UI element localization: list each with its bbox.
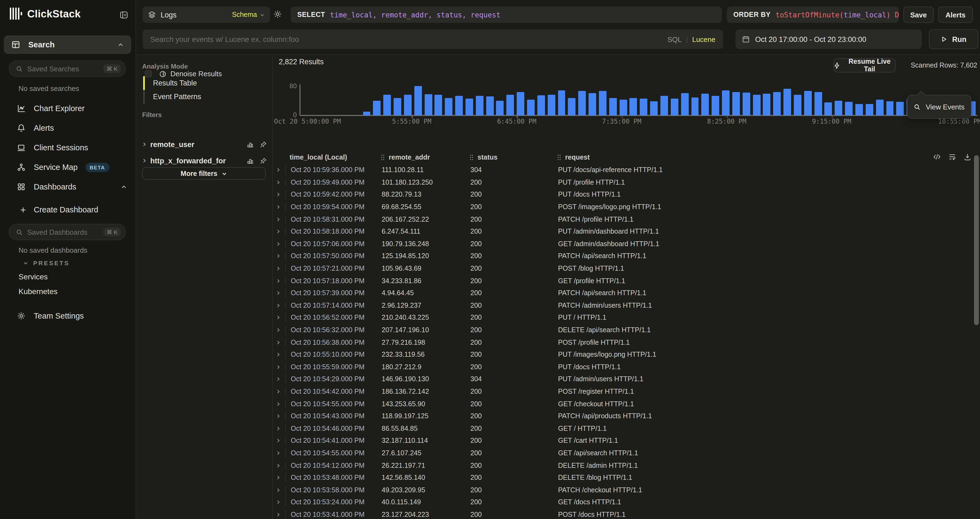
- source-select[interactable]: Logs Schema: [143, 6, 270, 23]
- histogram-bar[interactable]: [741, 86, 752, 115]
- table-row[interactable]: Oct 20 10:54:55.000 PM27.6.107.245200GET…: [275, 447, 972, 459]
- chevron-right-icon[interactable]: [275, 377, 281, 382]
- histogram-bar[interactable]: [536, 86, 546, 115]
- chevron-right-icon[interactable]: [275, 352, 281, 357]
- chevron-right-icon[interactable]: [275, 315, 281, 320]
- saved-dashboards-input[interactable]: [27, 228, 103, 236]
- chevron-right-icon[interactable]: [275, 512, 281, 517]
- chevron-right-icon[interactable]: [275, 192, 281, 197]
- order-by-input[interactable]: ORDER BY toStartOfMinute(time_local) D: [727, 6, 899, 23]
- table-row[interactable]: Oct 20 10:57:21.000 PM105.96.43.69200POS…: [275, 263, 972, 275]
- chevron-right-icon[interactable]: [275, 204, 281, 210]
- histogram-bar[interactable]: [854, 86, 864, 115]
- drag-handle-icon[interactable]: [557, 154, 561, 161]
- histogram-bar[interactable]: [495, 86, 505, 115]
- table-row[interactable]: Oct 20 10:57:50.000 PM125.194.85.120200P…: [275, 250, 972, 262]
- drag-handle-icon[interactable]: [469, 154, 474, 161]
- histogram-bar[interactable]: [721, 86, 731, 115]
- table-row[interactable]: Oct 20 10:53:41.000 PM23.127.204.223200P…: [275, 508, 972, 519]
- run-button[interactable]: Run: [929, 29, 978, 49]
- histogram-bar[interactable]: [433, 86, 444, 115]
- histogram-bar[interactable]: [885, 86, 895, 115]
- table-row[interactable]: Oct 20 10:57:18.000 PM34.233.81.86200GET…: [275, 275, 972, 287]
- histogram-bar[interactable]: [598, 86, 608, 115]
- histogram-bar[interactable]: [505, 86, 515, 115]
- table-row[interactable]: Oct 20 10:56:32.000 PM207.147.196.10200D…: [275, 324, 972, 336]
- histogram-bar[interactable]: [577, 86, 587, 115]
- histogram-bar[interactable]: [875, 86, 885, 115]
- histogram-bar[interactable]: [782, 86, 792, 115]
- histogram-bar[interactable]: [444, 86, 454, 115]
- drag-handle-icon[interactable]: [380, 154, 385, 161]
- histogram-bar[interactable]: [711, 86, 721, 115]
- chevron-right-icon[interactable]: [275, 266, 281, 271]
- table-row[interactable]: Oct 20 10:55:59.000 PM180.27.212.9200PUT…: [275, 361, 972, 373]
- analysis-mode-event-patterns[interactable]: Event Patterns: [143, 90, 266, 103]
- chevron-right-icon[interactable]: [275, 401, 281, 406]
- histogram-bar[interactable]: [772, 86, 783, 115]
- chevron-right-icon[interactable]: [275, 365, 281, 370]
- chevron-right-icon[interactable]: [275, 167, 281, 173]
- table-row[interactable]: Oct 20 10:53:24.000 PM40.0.115.149200GET…: [275, 496, 972, 508]
- histogram-bar[interactable]: [659, 86, 670, 115]
- preset-item-services[interactable]: Services: [19, 272, 48, 281]
- sidebar-item-chart-explorer[interactable]: Chart Explorer: [0, 99, 135, 118]
- presets-toggle[interactable]: PRESETS: [23, 260, 70, 266]
- event-search-input[interactable]: [150, 35, 668, 43]
- pin-icon[interactable]: [260, 157, 267, 164]
- histogram-bar[interactable]: [628, 86, 639, 115]
- table-row[interactable]: Oct 20 10:59:42.000 PM88.220.79.13200PUT…: [275, 188, 972, 201]
- select-clause-input[interactable]: SELECT time_local, remote_addr, status, …: [291, 6, 722, 23]
- sidebar-collapse-icon[interactable]: [120, 11, 128, 19]
- code-view-icon[interactable]: [933, 153, 941, 161]
- table-row[interactable]: Oct 20 10:59:54.000 PM69.68.254.55200POS…: [275, 201, 972, 213]
- table-row[interactable]: Oct 20 10:59:36.000 PM111.100.28.11304PU…: [275, 164, 972, 176]
- sidebar-item-client-sessions[interactable]: Client Sessions: [0, 139, 135, 157]
- table-row[interactable]: Oct 20 10:58:18.000 PM6.247.54.111200PUT…: [275, 226, 972, 238]
- histogram-bar[interactable]: [372, 86, 382, 115]
- table-row[interactable]: Oct 20 10:54:55.000 PM143.253.65.90200GE…: [275, 398, 972, 410]
- filter-field-remote_user[interactable]: remote_user: [142, 138, 267, 151]
- bar-chart-icon[interactable]: [247, 157, 254, 164]
- table-row[interactable]: Oct 20 10:55:10.000 PM232.33.119.56200PU…: [275, 349, 972, 361]
- chevron-right-icon[interactable]: [275, 426, 281, 431]
- table-row[interactable]: Oct 20 10:58:31.000 PM206.167.252.22200P…: [275, 213, 972, 226]
- chevron-right-icon[interactable]: [275, 463, 281, 468]
- histogram-bar[interactable]: [844, 86, 854, 115]
- histogram-bar[interactable]: [608, 86, 618, 115]
- histogram-bar[interactable]: [834, 86, 844, 115]
- histogram-bar[interactable]: [792, 86, 803, 115]
- table-row[interactable]: Oct 20 10:54:42.000 PM186.136.72.142200P…: [275, 385, 972, 398]
- chevron-right-icon[interactable]: [275, 229, 281, 234]
- histogram-bar[interactable]: [402, 86, 413, 115]
- histogram-bar[interactable]: [864, 86, 875, 115]
- chevron-right-icon[interactable]: [275, 290, 281, 296]
- denoise-results-toggle[interactable]: Denoise Results: [145, 70, 222, 78]
- histogram-bar[interactable]: [813, 86, 823, 115]
- table-row[interactable]: Oct 20 10:57:14.000 PM2.96.129.237200PAT…: [275, 299, 972, 312]
- histogram-bar[interactable]: [690, 86, 700, 115]
- filter-field-http_x_forwarded_for[interactable]: http_x_forwarded_for: [142, 154, 267, 167]
- table-row[interactable]: Oct 20 10:54:41.000 PM32.187.110.114200G…: [275, 435, 972, 447]
- pin-icon[interactable]: [260, 141, 267, 148]
- histogram-bar[interactable]: [762, 86, 772, 115]
- chevron-right-icon[interactable]: [275, 413, 281, 419]
- histogram-bar[interactable]: [392, 86, 402, 115]
- chevron-right-icon[interactable]: [275, 180, 281, 185]
- histogram-bar[interactable]: [454, 86, 464, 115]
- chevron-right-icon[interactable]: [275, 438, 281, 444]
- lang-sql-toggle[interactable]: SQL: [668, 35, 682, 43]
- histogram-bar[interactable]: [639, 86, 649, 115]
- table-row[interactable]: Oct 20 10:53:48.000 PM142.56.85.140200DE…: [275, 471, 972, 484]
- vertical-scrollbar[interactable]: [974, 155, 979, 325]
- histogram-bar[interactable]: [649, 86, 659, 115]
- sidebar-item-dashboards[interactable]: Dashboards: [0, 178, 135, 196]
- lang-lucene-toggle[interactable]: Lucene: [692, 35, 715, 43]
- histogram-bar[interactable]: [382, 86, 393, 115]
- table-row[interactable]: Oct 20 10:56:52.000 PM210.240.43.225200P…: [275, 312, 972, 324]
- histogram-bar[interactable]: [464, 86, 474, 115]
- chevron-right-icon[interactable]: [275, 500, 281, 505]
- histogram-bar[interactable]: [895, 86, 905, 115]
- histogram-bar[interactable]: [413, 86, 423, 115]
- denoise-checkbox[interactable]: [145, 70, 152, 77]
